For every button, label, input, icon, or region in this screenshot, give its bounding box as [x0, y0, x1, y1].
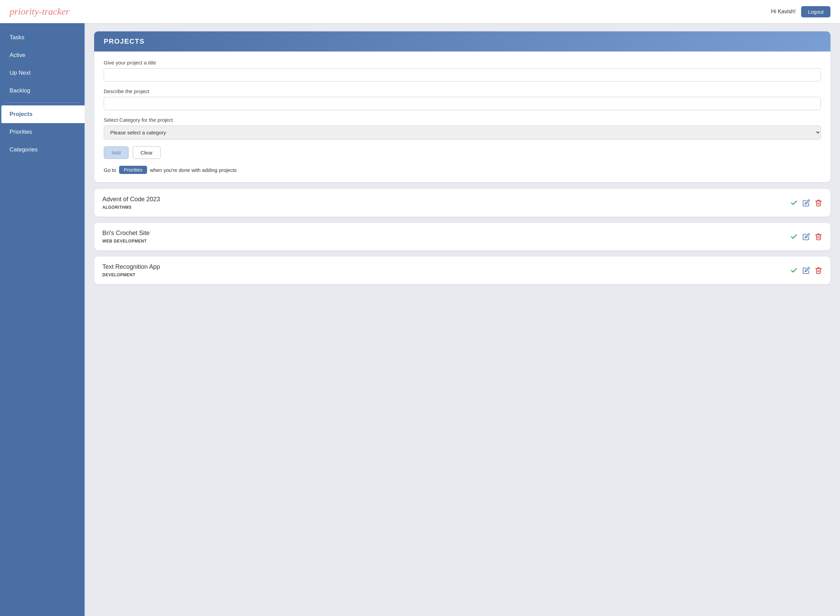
- project-title-3: Text Recognition App: [102, 263, 790, 270]
- project-category-1: ALGORITHMS: [102, 205, 790, 210]
- logo-text: priority-tracker: [10, 6, 70, 17]
- delete-icon-2[interactable]: [815, 233, 822, 241]
- priorities-link[interactable]: Priorities: [119, 166, 147, 174]
- project-actions-3: [790, 267, 822, 274]
- edit-icon-3[interactable]: [802, 267, 810, 274]
- complete-icon-2[interactable]: [790, 233, 798, 241]
- sidebar-section-projects: Projects Priorities Categories: [0, 106, 85, 158]
- complete-icon-1[interactable]: [790, 199, 798, 207]
- description-input[interactable]: [104, 97, 821, 110]
- description-label: Describe the project: [104, 88, 821, 94]
- main-content: PROJECTS Give your project a title Descr…: [85, 23, 840, 616]
- sidebar-item-active[interactable]: Active: [0, 46, 85, 64]
- projects-form-card: PROJECTS Give your project a title Descr…: [94, 31, 830, 182]
- sidebar-item-projects[interactable]: Projects: [1, 106, 85, 123]
- go-to-section: Go to Priorities when you're done with a…: [104, 166, 821, 174]
- project-actions-2: [790, 233, 822, 241]
- delete-icon-1[interactable]: [815, 199, 822, 207]
- edit-icon-2[interactable]: [802, 233, 810, 241]
- edit-icon-1[interactable]: [802, 199, 810, 207]
- project-info-2: Bri's Crochet Site WEB DEVELOPMENT: [102, 230, 790, 243]
- sidebar-item-priorities[interactable]: Priorities: [0, 123, 85, 141]
- sidebar-item-tasks[interactable]: Tasks: [0, 29, 85, 46]
- sidebar-section-tasks: Tasks Active Up Next Backlog: [0, 29, 85, 100]
- project-card-2: Bri's Crochet Site WEB DEVELOPMENT: [94, 223, 830, 250]
- card-body: Give your project a title Describe the p…: [94, 51, 830, 182]
- project-info-1: Advent of Code 2023 ALGORITHMS: [102, 196, 790, 210]
- card-header: PROJECTS: [94, 31, 830, 51]
- project-title-1: Advent of Code 2023: [102, 196, 790, 203]
- sidebar-divider: [6, 102, 79, 103]
- project-actions-1: [790, 199, 822, 207]
- sidebar-item-categories[interactable]: Categories: [0, 141, 85, 158]
- header-right: Hi Kavish! Logout: [771, 6, 830, 18]
- go-to-prefix: Go to: [104, 167, 116, 173]
- project-card-3: Text Recognition App DEVELOPMENT: [94, 257, 830, 284]
- go-to-suffix: when you're done with adding projects: [150, 167, 237, 173]
- project-title-2: Bri's Crochet Site: [102, 230, 790, 237]
- sidebar-item-up-next[interactable]: Up Next: [0, 64, 85, 82]
- description-group: Describe the project: [104, 88, 821, 110]
- greeting-text: Hi Kavish!: [771, 9, 796, 15]
- title-input[interactable]: [104, 68, 821, 82]
- add-button[interactable]: Add: [104, 146, 129, 159]
- form-actions: Add Clear: [104, 146, 821, 159]
- category-group: Select Category for the project Please s…: [104, 117, 821, 139]
- delete-icon-3[interactable]: [815, 267, 822, 274]
- project-category-3: DEVELOPMENT: [102, 273, 790, 277]
- page-title: PROJECTS: [104, 38, 821, 45]
- project-card-1: Advent of Code 2023 ALGORITHMS: [94, 189, 830, 217]
- sidebar: Tasks Active Up Next Backlog Projects Pr…: [0, 23, 85, 616]
- clear-button[interactable]: Clear: [133, 146, 161, 159]
- category-label: Select Category for the project: [104, 117, 821, 123]
- project-category-2: WEB DEVELOPMENT: [102, 239, 790, 243]
- project-info-3: Text Recognition App DEVELOPMENT: [102, 263, 790, 277]
- sidebar-nav: Tasks Active Up Next Backlog Projects Pr…: [0, 23, 85, 161]
- complete-icon-3[interactable]: [790, 267, 798, 274]
- title-group: Give your project a title: [104, 60, 821, 82]
- category-select[interactable]: Please select a category Algorithms Web …: [104, 126, 821, 139]
- header: priority-tracker Hi Kavish! Logout: [0, 0, 840, 23]
- layout: Tasks Active Up Next Backlog Projects Pr…: [0, 23, 840, 616]
- logo: priority-tracker: [10, 6, 70, 17]
- sidebar-item-backlog[interactable]: Backlog: [0, 82, 85, 100]
- title-label: Give your project a title: [104, 60, 821, 66]
- logout-button[interactable]: Logout: [801, 6, 830, 18]
